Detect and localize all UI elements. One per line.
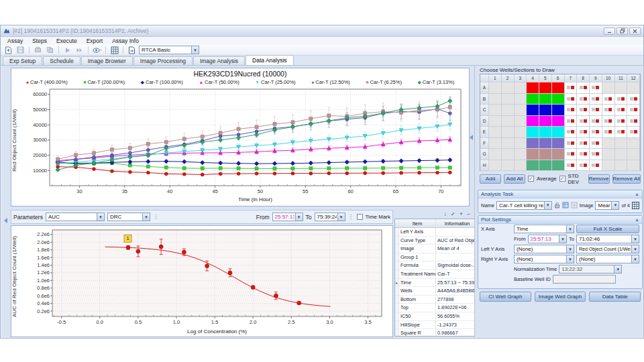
well-cell-A12[interactable] [627, 82, 640, 94]
table-row[interactable]: Bottom277898 [395, 296, 478, 304]
download-icon[interactable]: ↓ [444, 210, 447, 217]
parameter1-combo[interactable]: AUC ▼ [46, 213, 105, 221]
well-table-icon[interactable] [632, 202, 639, 209]
well-cell-D11[interactable] [615, 116, 628, 127]
well-cell-E2[interactable] [502, 127, 515, 138]
well-cell-C4[interactable] [527, 105, 539, 116]
well-cell-H11[interactable] [615, 160, 628, 172]
well-cell-B1[interactable] [489, 94, 502, 105]
well-cell-E12[interactable] [627, 127, 640, 138]
well-cell-G1[interactable] [489, 149, 502, 160]
well-cell-B10[interactable] [602, 94, 615, 105]
menu-item-assay-info[interactable]: Assay Info [107, 38, 144, 44]
well-cell-F12[interactable] [627, 138, 640, 149]
well-cell-H10[interactable] [602, 160, 615, 172]
well-cell-C3[interactable] [515, 105, 527, 116]
table-row[interactable]: Left Y Axis [395, 228, 478, 237]
well-cell-F4[interactable] [527, 138, 539, 149]
well-cell-A7[interactable] [565, 82, 578, 94]
well-cell-A4[interactable] [527, 82, 539, 94]
drc-chart-canvas[interactable]: -0.50.00.51.01.52.02.53.03.50.2e60.4e60.… [21, 226, 391, 335]
chevron-down-icon[interactable]: ▼ [566, 255, 574, 263]
well-cell-C5[interactable] [539, 105, 552, 116]
well-cell-D9[interactable] [590, 116, 602, 127]
left-y-metric-combo[interactable]: Red Object Count (1/Well) ▼ [576, 245, 639, 253]
time-mark-checkbox[interactable] [357, 214, 363, 220]
table-row[interactable]: WellsA4A5A6,B4B5B6,C4C... [395, 287, 478, 296]
normalization-time-combo[interactable]: 13:22:32 ▼ [559, 265, 622, 274]
well-cell-D3[interactable] [515, 116, 527, 127]
tab-image-processing[interactable]: Image Processing [133, 56, 193, 65]
well-cell-G10[interactable] [602, 149, 615, 160]
add-button[interactable]: Add [480, 174, 501, 184]
menu-item-steps[interactable]: Steps [28, 38, 52, 44]
well-cell-H9[interactable] [590, 160, 602, 172]
x-axis-combo[interactable]: Time ▼ [514, 225, 574, 233]
well-cell-B6[interactable] [552, 94, 565, 105]
chevron-down-icon[interactable]: ▼ [631, 245, 639, 253]
well-cell-B3[interactable] [515, 94, 527, 105]
ps-from-combo[interactable]: 25:57:13 ▼ [528, 235, 568, 243]
chevron-down-icon[interactable]: ▼ [559, 235, 566, 243]
chevron-down-icon[interactable]: ▼ [191, 46, 199, 54]
well-cell-E9[interactable] [590, 127, 602, 138]
menu-item-export[interactable]: Export [82, 38, 108, 44]
chevron-down-icon[interactable]: ▼ [142, 213, 150, 221]
well-cell-B12[interactable] [627, 94, 640, 105]
well-cell-A5[interactable] [539, 82, 552, 94]
right-y-metric-combo[interactable]: (None) ▼ [576, 255, 639, 263]
well-cell-D5[interactable] [539, 116, 552, 127]
well-cell-F3[interactable] [515, 138, 527, 149]
well-cell-H5[interactable] [539, 160, 552, 172]
chevron-down-icon[interactable]: ▼ [631, 255, 639, 263]
chevron-down-icon[interactable]: ▼ [295, 213, 303, 221]
table-row[interactable]: HillSlope-1.24373 [395, 321, 478, 330]
chevron-down-icon[interactable]: ▼ [566, 225, 574, 233]
table-row[interactable]: Group 1 [395, 253, 478, 262]
well-cell-D7[interactable] [565, 116, 578, 127]
well-cell-G3[interactable] [515, 149, 527, 160]
well-cell-E10[interactable] [602, 127, 615, 138]
well-cell-E5[interactable] [539, 127, 552, 138]
well-cell-C11[interactable] [615, 105, 628, 116]
panel-collapse-icon[interactable] [4, 218, 7, 223]
well-cell-G9[interactable] [590, 149, 602, 160]
collapse-icon[interactable]: ▲ [635, 192, 639, 196]
table-row[interactable]: FormulaSigmoidal dose-... [395, 261, 478, 270]
table-row[interactable]: Top1.89022E+06 [395, 304, 478, 312]
well-cell-H3[interactable] [515, 160, 527, 172]
view-icon[interactable] [92, 46, 102, 54]
well-cell-C8[interactable] [577, 105, 590, 116]
well-cell-D4[interactable] [527, 116, 539, 127]
table-row[interactable]: ▸Time25:57:13 ~ 75:39:24 [395, 279, 478, 288]
average-checkbox[interactable]: ✓ [528, 176, 534, 182]
well-cell-F6[interactable] [552, 138, 565, 149]
well-cell-E6[interactable] [552, 127, 565, 138]
well-cell-F7[interactable] [565, 138, 578, 149]
add-icon[interactable]: + [460, 210, 463, 217]
baseline-well-input[interactable] [553, 275, 616, 284]
well-cell-B11[interactable] [615, 94, 628, 105]
well-cell-D1[interactable] [489, 116, 502, 127]
well-cell-D10[interactable] [602, 116, 615, 127]
well-cell-D2[interactable] [502, 116, 515, 127]
tab-image-analysis[interactable]: Image Analysis [193, 56, 245, 65]
tab-image-browser[interactable]: Image Browser [81, 56, 133, 65]
plate-grid-icon[interactable] [109, 46, 119, 54]
well-cell-H1[interactable] [489, 160, 502, 172]
well-cell-A10[interactable] [602, 82, 615, 94]
well-cell-C10[interactable] [602, 105, 615, 116]
stddev-checkbox[interactable]: ✓ [559, 176, 566, 182]
well-cell-G4[interactable] [527, 149, 539, 160]
well-cell-B9[interactable] [590, 94, 602, 105]
restore-button[interactable] [616, 27, 628, 35]
well-cell-H8[interactable] [577, 160, 590, 172]
well-cell-F2[interactable] [502, 138, 515, 149]
chevron-down-icon[interactable]: ▼ [97, 213, 104, 221]
well-cell-A8[interactable] [577, 82, 590, 94]
right-y-combo[interactable]: (None) ▼ [514, 255, 574, 263]
well-cell-G2[interactable] [502, 149, 515, 160]
well-cell-C12[interactable] [627, 105, 640, 116]
chevron-down-icon[interactable]: ▼ [614, 265, 621, 273]
remove-button[interactable]: Remove [588, 174, 610, 184]
